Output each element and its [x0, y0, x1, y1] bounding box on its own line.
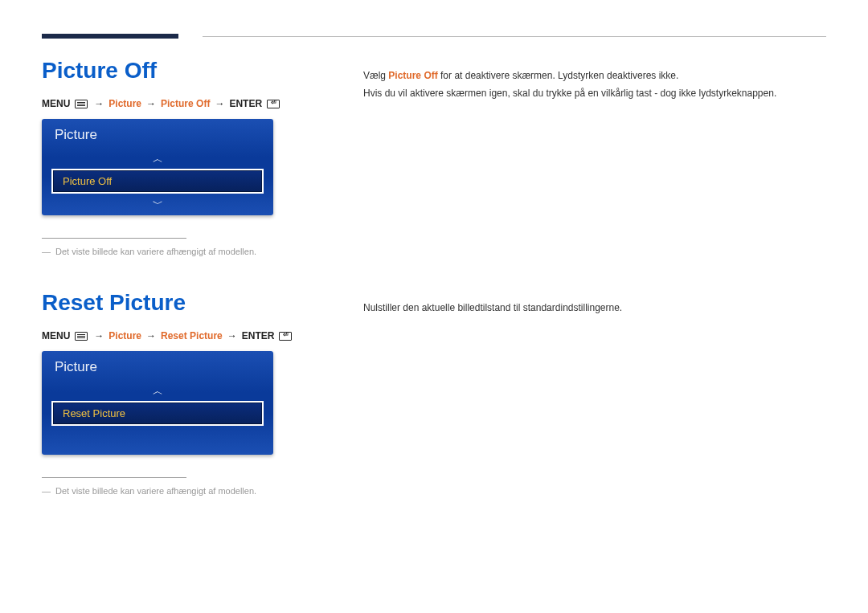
- menu-icon: [75, 100, 88, 108]
- arrow-icon: →: [94, 330, 104, 341]
- arrow-icon: →: [146, 330, 156, 341]
- footnote-dash: ―: [42, 486, 51, 496]
- description: Vælg Picture Off for at deaktivere skærm…: [363, 58, 826, 256]
- breadcrumb: MENU → Picture → Reset Picture → ENTER: [42, 330, 315, 341]
- section-title: Picture Off: [42, 58, 315, 84]
- osd-menu: Picture ︿ Reset Picture: [42, 351, 273, 455]
- footnote: ― Det viste billede kan variere afhængig…: [42, 247, 315, 256]
- footnote-text: Det viste billede kan variere afhængigt …: [55, 486, 256, 496]
- breadcrumb-part: Reset Picture: [161, 330, 223, 341]
- chevron-up-icon: ︿: [42, 383, 273, 401]
- footnote: ― Det viste billede kan variere afhængig…: [42, 486, 315, 496]
- breadcrumb-part: Picture: [108, 330, 141, 341]
- footnote-dash: ―: [42, 247, 51, 256]
- footnote-rule: [42, 238, 186, 239]
- osd-menu-selected: Reset Picture: [51, 401, 264, 426]
- breadcrumb-part: Picture Off: [161, 98, 210, 109]
- chevron-down-icon: ﹀: [42, 194, 273, 215]
- breadcrumb-part: Picture: [108, 98, 141, 109]
- text: for at deaktivere skærmen. Lydstyrken de…: [438, 70, 679, 81]
- top-rule-line: [203, 36, 826, 37]
- breadcrumb-enter: ENTER: [242, 330, 275, 341]
- arrow-icon: →: [227, 330, 237, 341]
- osd-menu-header: Picture: [42, 119, 273, 151]
- breadcrumb: MENU → Picture → Picture Off → ENTER: [42, 98, 315, 109]
- section-picture-off: Picture Off MENU → Picture → Picture Off…: [42, 58, 826, 256]
- osd-menu: Picture ︿ Picture Off ﹀: [42, 119, 273, 215]
- description-line: Vælg Picture Off for at deaktivere skærm…: [363, 67, 826, 85]
- arrow-icon: →: [94, 98, 104, 109]
- enter-icon: [279, 332, 292, 341]
- highlight: Picture Off: [388, 70, 437, 81]
- osd-menu-header: Picture: [42, 351, 273, 383]
- footnote-text: Det viste billede kan variere afhængigt …: [55, 247, 256, 256]
- top-rule: [42, 34, 826, 39]
- section-reset-picture: Reset Picture MENU → Picture → Reset Pic…: [42, 290, 826, 496]
- text: Vælg: [363, 70, 388, 81]
- section-title: Reset Picture: [42, 290, 315, 316]
- breadcrumb-menu: MENU: [42, 330, 70, 341]
- arrow-icon: →: [215, 98, 224, 109]
- breadcrumb-menu: MENU: [42, 98, 70, 109]
- chevron-up-icon: ︿: [42, 151, 273, 169]
- menu-icon: [75, 332, 88, 341]
- description-line: Nulstiller den aktuelle billedtilstand t…: [363, 300, 826, 317]
- description-line: Hvis du vil aktivere skærmen igen, skal …: [363, 85, 826, 103]
- top-rule-accent: [42, 34, 178, 39]
- description: Nulstiller den aktuelle billedtilstand t…: [363, 290, 826, 496]
- enter-icon: [267, 100, 280, 108]
- breadcrumb-enter: ENTER: [229, 98, 262, 109]
- arrow-icon: →: [146, 98, 156, 109]
- footnote-rule: [42, 477, 186, 478]
- osd-menu-selected: Picture Off: [51, 169, 264, 194]
